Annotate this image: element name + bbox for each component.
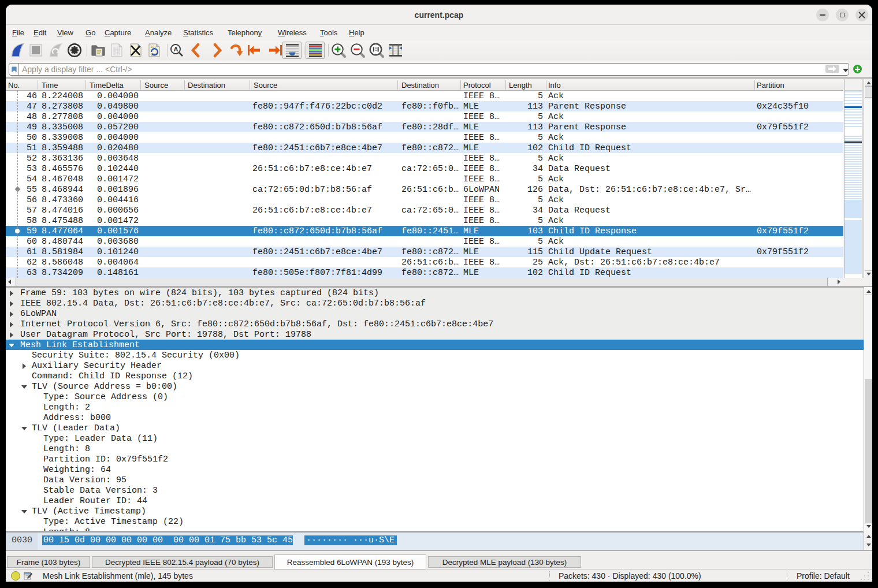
svg-text:0113: 0113 xyxy=(113,53,120,57)
svg-text:A: A xyxy=(174,46,178,53)
